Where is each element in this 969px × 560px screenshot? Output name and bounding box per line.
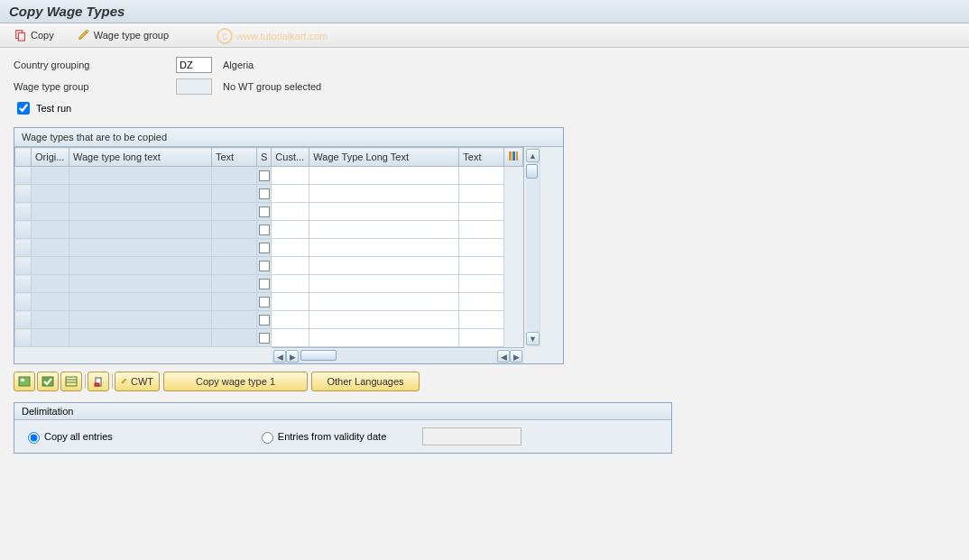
cell-orig[interactable]: [32, 185, 69, 203]
table-row[interactable]: [15, 185, 523, 203]
cell-text1[interactable]: [212, 167, 257, 185]
cell-text1[interactable]: [212, 329, 257, 347]
cell-orig[interactable]: [32, 329, 69, 347]
cell-long1[interactable]: [69, 275, 212, 293]
cell-orig[interactable]: [32, 167, 69, 185]
cell-text1[interactable]: [212, 239, 257, 257]
cell-long2[interactable]: [309, 293, 459, 311]
cell-text2[interactable]: [459, 257, 504, 275]
wage-type-group-button[interactable]: Wage type group: [70, 27, 176, 43]
cell-long2[interactable]: [309, 329, 459, 347]
icon-button-delete[interactable]: [88, 372, 109, 391]
cell-cust[interactable]: [272, 239, 309, 257]
col-text1[interactable]: Text: [212, 148, 257, 167]
cell-long1[interactable]: [69, 311, 212, 329]
cell-long2[interactable]: [309, 167, 459, 185]
col-text2[interactable]: Text: [459, 148, 504, 167]
row-selector[interactable]: [15, 185, 32, 203]
cell-long2[interactable]: [309, 239, 459, 257]
table-row[interactable]: [15, 203, 523, 221]
scroll-left2-icon[interactable]: ◀: [497, 350, 510, 363]
table-row[interactable]: [15, 239, 523, 257]
cell-long1[interactable]: [69, 257, 212, 275]
cell-s[interactable]: [257, 275, 272, 293]
table-row[interactable]: [15, 329, 523, 347]
cell-text2[interactable]: [459, 275, 504, 293]
cell-text1[interactable]: [212, 185, 257, 203]
row-selector[interactable]: [15, 239, 32, 257]
wage-type-group-input[interactable]: [176, 78, 212, 95]
cell-long1[interactable]: [69, 167, 212, 185]
cell-text1[interactable]: [212, 275, 257, 293]
cell-long1[interactable]: [69, 239, 212, 257]
cell-cust[interactable]: [272, 311, 309, 329]
cell-long1[interactable]: [69, 221, 212, 239]
table-row[interactable]: [15, 167, 523, 185]
col-orig[interactable]: Origi...: [32, 148, 69, 167]
cell-s[interactable]: [257, 203, 272, 221]
radio-entries-from[interactable]: Entries from validity date: [257, 429, 386, 444]
cell-long2[interactable]: [309, 311, 459, 329]
cell-text2[interactable]: [459, 239, 504, 257]
cell-text1[interactable]: [212, 257, 257, 275]
table-row[interactable]: [15, 257, 523, 275]
scroll-down-icon[interactable]: ▼: [526, 332, 540, 345]
cell-long2[interactable]: [309, 185, 459, 203]
cell-text1[interactable]: [212, 221, 257, 239]
cell-text2[interactable]: [459, 293, 504, 311]
cell-cust[interactable]: [272, 221, 309, 239]
cell-cust[interactable]: [272, 275, 309, 293]
table-row[interactable]: [15, 221, 523, 239]
cell-long2[interactable]: [309, 221, 459, 239]
grid-corner[interactable]: [15, 148, 32, 167]
cell-text2[interactable]: [459, 167, 504, 185]
cell-cust[interactable]: [272, 329, 309, 347]
cell-cust[interactable]: [272, 167, 309, 185]
row-selector[interactable]: [15, 221, 32, 239]
cell-s[interactable]: [257, 221, 272, 239]
col-cust[interactable]: Cust...: [272, 148, 309, 167]
vertical-scrollbar[interactable]: ▲ ▼: [523, 147, 540, 347]
radio-entries-from-input[interactable]: [262, 432, 273, 444]
copy-button[interactable]: Copy: [7, 27, 61, 43]
icon-button-3[interactable]: [60, 372, 82, 391]
table-row[interactable]: [15, 275, 523, 293]
row-selector[interactable]: [15, 329, 32, 347]
row-selector[interactable]: [15, 293, 32, 311]
cell-s[interactable]: [257, 167, 272, 185]
cell-long2[interactable]: [309, 203, 459, 221]
cell-orig[interactable]: [32, 293, 69, 311]
cell-s[interactable]: [257, 257, 272, 275]
cell-s[interactable]: [257, 329, 272, 347]
copy-wage-type-1-button[interactable]: Copy wage type 1: [163, 372, 308, 391]
cell-text2[interactable]: [459, 311, 504, 329]
cell-text2[interactable]: [459, 329, 504, 347]
cell-long1[interactable]: [69, 203, 212, 221]
table-row[interactable]: [15, 293, 523, 311]
cell-orig[interactable]: [32, 239, 69, 257]
row-selector[interactable]: [15, 311, 32, 329]
cell-cust[interactable]: [272, 257, 309, 275]
cell-text1[interactable]: [212, 293, 257, 311]
radio-copy-all-input[interactable]: [28, 432, 40, 444]
scroll-right-icon[interactable]: ▶: [286, 350, 299, 363]
cell-s[interactable]: [257, 311, 272, 329]
scroll-left-icon[interactable]: ◀: [273, 350, 286, 363]
cell-text2[interactable]: [459, 185, 504, 203]
cell-text2[interactable]: [459, 221, 504, 239]
horizontal-scrollbar[interactable]: ◀ ▶ ◀ ▶: [272, 347, 524, 363]
cell-orig[interactable]: [32, 257, 69, 275]
cell-long1[interactable]: [69, 293, 212, 311]
table-row[interactable]: [15, 311, 523, 329]
row-selector[interactable]: [15, 203, 32, 221]
row-selector[interactable]: [15, 257, 32, 275]
cwt-button[interactable]: CWT: [115, 372, 160, 391]
cell-orig[interactable]: [32, 221, 69, 239]
test-run-checkbox[interactable]: [17, 102, 30, 115]
icon-button-1[interactable]: [14, 372, 35, 391]
cell-orig[interactable]: [32, 275, 69, 293]
col-long1[interactable]: Wage type long text: [69, 148, 212, 167]
cell-long2[interactable]: [309, 275, 459, 293]
cell-long2[interactable]: [309, 257, 459, 275]
other-languages-button[interactable]: Other Languages: [311, 372, 420, 391]
